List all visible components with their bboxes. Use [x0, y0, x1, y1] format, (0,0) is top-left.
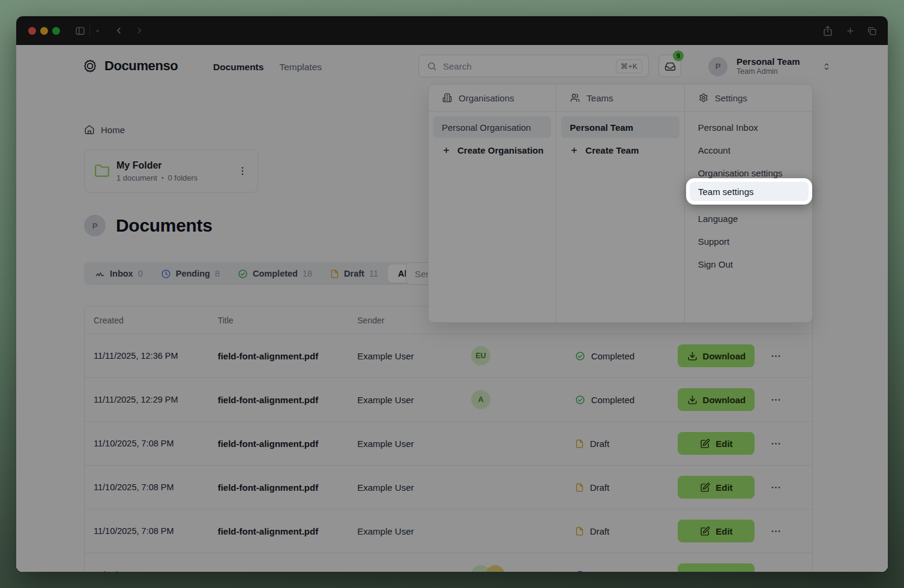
menu-item-team-settings[interactable]: Team settings — [690, 182, 809, 201]
browser-window: Documenso Documents Templates ⌘+K 9 P Pe… — [16, 16, 888, 572]
tour-dim-overlay — [16, 16, 888, 572]
team-settings-spotlight: Team settings — [686, 178, 812, 205]
